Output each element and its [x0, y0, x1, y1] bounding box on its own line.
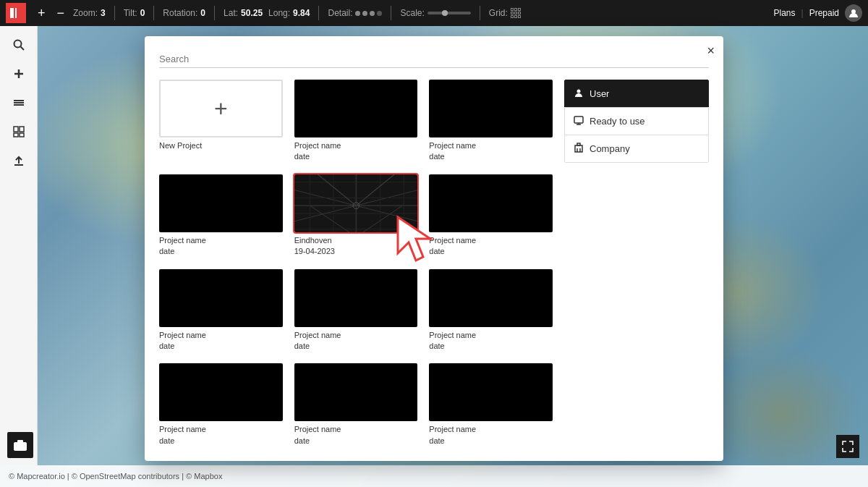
company-filter-icon	[574, 143, 584, 155]
rotation-group: Rotation: 0	[163, 8, 205, 18]
user-avatar[interactable]	[845, 4, 862, 22]
dot-4	[377, 11, 382, 16]
project-item-8[interactable]: Project namedate	[429, 269, 553, 352]
sidebar-data-button[interactable]	[6, 119, 32, 145]
grid-cell-2	[514, 8, 517, 11]
svg-point-37	[577, 90, 581, 93]
modal-close-button[interactable]: ×	[707, 43, 715, 59]
svg-point-36	[353, 203, 359, 209]
filter-ready[interactable]: Ready to use	[564, 107, 709, 135]
project-name-11: Project namedate	[429, 424, 553, 446]
filter-user[interactable]: User	[564, 80, 709, 108]
long-group: Long: 9.84	[268, 8, 310, 18]
new-project-thumb[interactable]: +	[159, 80, 283, 137]
divider-6	[480, 6, 480, 20]
plans-link[interactable]: Plans	[773, 8, 795, 18]
project-item-1[interactable]: Project namedate	[294, 80, 418, 163]
grid-cell-7	[511, 15, 514, 18]
project-date-2: date	[429, 152, 444, 161]
sidebar-add-button[interactable]	[6, 61, 32, 87]
project-thumb-11	[429, 363, 553, 421]
bottom-bar: © Mapcreator.io | © OpenStreetMap contri…	[0, 465, 868, 487]
nav-sep: |	[801, 8, 804, 18]
grid-cell-9	[518, 15, 521, 18]
project-name-1: Project namedate	[294, 140, 418, 163]
user-filter-icon	[574, 88, 584, 100]
app-logo[interactable]	[6, 3, 26, 23]
eindhoven-date: 19-04-2023	[294, 247, 335, 255]
svg-rect-41	[575, 145, 582, 152]
project-grid: + New Project Project namedate Project n…	[159, 80, 553, 446]
project-thumb-6	[159, 269, 283, 327]
project-name-9: Project namedate	[159, 424, 283, 446]
project-name-3: Project namedate	[159, 235, 283, 258]
project-thumb-3	[159, 174, 283, 232]
scale-label: Scale:	[400, 8, 424, 18]
grid-cell-3	[518, 8, 521, 11]
eindhoven-thumb	[294, 174, 418, 232]
modal-body: + New Project Project namedate Project n…	[159, 80, 709, 446]
grid-icon	[511, 8, 521, 18]
filter-panel: User Ready to use	[564, 80, 709, 446]
sidebar-layers-button[interactable]	[6, 90, 32, 116]
scale-bar[interactable]	[427, 12, 471, 14]
scale-line	[427, 12, 471, 14]
svg-rect-10	[14, 127, 18, 132]
new-project-item[interactable]: + New Project	[159, 80, 283, 163]
project-date-9: date	[159, 436, 174, 445]
long-label: Long:	[268, 8, 290, 18]
rotation-value: 0	[200, 8, 205, 18]
divider-3	[214, 6, 215, 20]
project-item-6[interactable]: Project namedate	[159, 269, 283, 352]
svg-rect-18	[17, 440, 23, 443]
project-date-5: date	[429, 247, 444, 255]
prepaid-link[interactable]: Prepaid	[809, 8, 839, 18]
rotation-label: Rotation:	[163, 8, 197, 18]
sidebar-search-button[interactable]	[6, 32, 32, 58]
divider-4	[318, 6, 319, 20]
project-name-7: Project namedate	[294, 330, 418, 352]
fullscreen-button[interactable]	[836, 435, 859, 458]
zoom-group: Zoom: 3	[73, 8, 106, 18]
tilt-value: 0	[140, 8, 145, 18]
tilt-group: Tilt: 0	[124, 8, 145, 18]
zoom-in-button[interactable]: +	[35, 7, 48, 20]
divider-1	[114, 6, 115, 20]
modal-search-input[interactable]	[159, 51, 709, 68]
project-thumb-9	[159, 363, 283, 421]
lat-value: 50.25	[241, 8, 263, 18]
project-item-5[interactable]: Project namedate	[429, 174, 553, 258]
project-item-7[interactable]: Project namedate	[294, 269, 418, 352]
svg-rect-42	[577, 143, 580, 145]
filter-user-label: User	[590, 88, 609, 99]
filter-company[interactable]: Company	[564, 135, 709, 163]
detail-dots	[355, 11, 382, 16]
detail-label: Detail:	[328, 8, 352, 18]
attribution: © Mapcreator.io | © OpenStreetMap contri…	[9, 472, 222, 480]
project-item-3[interactable]: Project namedate	[159, 174, 283, 258]
svg-point-3	[14, 41, 21, 48]
project-name-8: Project namedate	[429, 330, 553, 352]
camera-button[interactable]	[7, 432, 33, 458]
sidebar-export-button[interactable]	[6, 148, 32, 174]
project-date-6: date	[159, 342, 174, 350]
zoom-label: Zoom:	[73, 8, 98, 18]
project-thumb-1	[294, 80, 418, 137]
svg-line-4	[20, 47, 24, 51]
grid-cell-1	[511, 8, 514, 11]
grid-cell-4	[511, 12, 514, 14]
project-item-10[interactable]: Project namedate	[294, 363, 418, 446]
project-date-3: date	[159, 247, 174, 255]
scale-group: Scale:	[400, 8, 470, 18]
project-item-11[interactable]: Project namedate	[429, 363, 553, 446]
project-item-2[interactable]: Project namedate	[429, 80, 553, 163]
grid-group: Grid:	[489, 8, 521, 18]
zoom-out-button[interactable]: −	[54, 7, 68, 20]
eindhoven-project-item[interactable]: Eindhoven19-04-2023	[294, 174, 418, 258]
project-item-9[interactable]: Project namedate	[159, 363, 283, 446]
grid-cell-5	[514, 12, 517, 14]
lat-label: Lat:	[224, 8, 238, 18]
project-thumb-8	[429, 269, 553, 327]
svg-rect-11	[20, 127, 24, 132]
project-date-11: date	[429, 436, 444, 445]
